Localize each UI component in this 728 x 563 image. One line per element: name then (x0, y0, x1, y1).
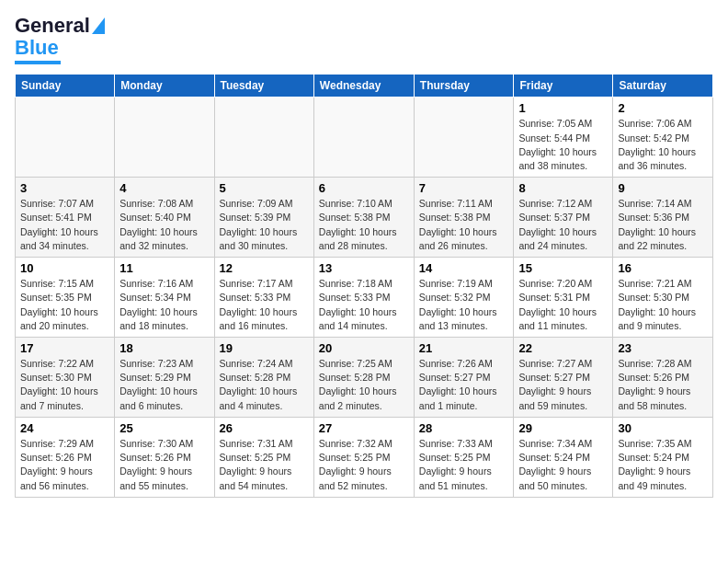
day-info: Sunrise: 7:29 AM Sunset: 5:26 PM Dayligh… (20, 437, 109, 493)
day-number: 8 (518, 181, 608, 195)
day-number: 18 (119, 341, 209, 355)
calendar-cell (16, 98, 115, 178)
calendar-cell: 8Sunrise: 7:12 AM Sunset: 5:37 PM Daylig… (514, 178, 613, 258)
calendar-cell: 10Sunrise: 7:15 AM Sunset: 5:35 PM Dayli… (16, 258, 115, 338)
day-number: 3 (20, 181, 109, 195)
calendar-cell: 24Sunrise: 7:29 AM Sunset: 5:26 PM Dayli… (16, 417, 115, 497)
calendar-cell: 16Sunrise: 7:21 AM Sunset: 5:30 PM Dayli… (613, 258, 713, 338)
day-info: Sunrise: 7:24 AM Sunset: 5:28 PM Dayligh… (220, 357, 309, 413)
day-number: 6 (319, 181, 409, 195)
day-number: 9 (618, 181, 708, 195)
day-info: Sunrise: 7:07 AM Sunset: 5:41 PM Dayligh… (20, 197, 109, 253)
day-info: Sunrise: 7:08 AM Sunset: 5:40 PM Dayligh… (119, 197, 209, 253)
week-row-4: 17Sunrise: 7:22 AM Sunset: 5:30 PM Dayli… (16, 338, 713, 418)
calendar-cell: 17Sunrise: 7:22 AM Sunset: 5:30 PM Dayli… (16, 338, 115, 418)
day-number: 11 (119, 261, 209, 275)
day-info: Sunrise: 7:21 AM Sunset: 5:30 PM Dayligh… (618, 277, 708, 333)
calendar-body: 1Sunrise: 7:05 AM Sunset: 5:44 PM Daylig… (16, 98, 713, 497)
calendar-cell: 7Sunrise: 7:11 AM Sunset: 5:38 PM Daylig… (414, 178, 514, 258)
calendar-cell: 28Sunrise: 7:33 AM Sunset: 5:25 PM Dayli… (414, 417, 514, 497)
day-number: 20 (319, 341, 409, 355)
calendar-cell: 2Sunrise: 7:06 AM Sunset: 5:42 PM Daylig… (613, 98, 713, 178)
day-number: 28 (419, 421, 509, 435)
day-info: Sunrise: 7:18 AM Sunset: 5:33 PM Dayligh… (319, 277, 409, 333)
day-info: Sunrise: 7:22 AM Sunset: 5:30 PM Dayligh… (20, 357, 109, 413)
day-number: 12 (220, 261, 309, 275)
dow-header-tuesday: Tuesday (214, 75, 313, 98)
week-row-1: 1Sunrise: 7:05 AM Sunset: 5:44 PM Daylig… (16, 98, 713, 178)
day-info: Sunrise: 7:17 AM Sunset: 5:33 PM Dayligh… (220, 277, 309, 333)
calendar-cell (214, 98, 313, 178)
day-number: 19 (220, 341, 309, 355)
calendar-cell: 25Sunrise: 7:30 AM Sunset: 5:26 PM Dayli… (115, 417, 214, 497)
logo-blue: Blue (15, 37, 59, 59)
day-number: 29 (518, 421, 608, 435)
day-number: 23 (618, 341, 708, 355)
day-number: 7 (419, 181, 509, 195)
logo-general: General (15, 15, 90, 37)
day-info: Sunrise: 7:05 AM Sunset: 5:44 PM Dayligh… (518, 117, 608, 173)
days-of-week-row: SundayMondayTuesdayWednesdayThursdayFrid… (16, 75, 713, 98)
calendar-cell: 22Sunrise: 7:27 AM Sunset: 5:27 PM Dayli… (514, 338, 613, 418)
day-info: Sunrise: 7:28 AM Sunset: 5:26 PM Dayligh… (618, 357, 708, 413)
day-number: 24 (20, 421, 109, 435)
calendar-cell: 5Sunrise: 7:09 AM Sunset: 5:39 PM Daylig… (214, 178, 313, 258)
calendar-cell: 1Sunrise: 7:05 AM Sunset: 5:44 PM Daylig… (514, 98, 613, 178)
day-number: 14 (419, 261, 509, 275)
calendar-cell (115, 98, 214, 178)
calendar-cell: 21Sunrise: 7:26 AM Sunset: 5:27 PM Dayli… (414, 338, 514, 418)
day-info: Sunrise: 7:15 AM Sunset: 5:35 PM Dayligh… (20, 277, 109, 333)
calendar-cell: 9Sunrise: 7:14 AM Sunset: 5:36 PM Daylig… (613, 178, 713, 258)
dow-header-thursday: Thursday (414, 75, 514, 98)
day-info: Sunrise: 7:19 AM Sunset: 5:32 PM Dayligh… (419, 277, 509, 333)
day-info: Sunrise: 7:25 AM Sunset: 5:28 PM Dayligh… (319, 357, 409, 413)
calendar-cell (414, 98, 514, 178)
day-number: 15 (518, 261, 608, 275)
week-row-5: 24Sunrise: 7:29 AM Sunset: 5:26 PM Dayli… (16, 417, 713, 497)
day-info: Sunrise: 7:33 AM Sunset: 5:25 PM Dayligh… (419, 437, 509, 493)
calendar-cell: 14Sunrise: 7:19 AM Sunset: 5:32 PM Dayli… (414, 258, 514, 338)
day-info: Sunrise: 7:20 AM Sunset: 5:31 PM Dayligh… (518, 277, 608, 333)
logo-triangle-icon (92, 17, 105, 34)
dow-header-friday: Friday (514, 75, 613, 98)
day-number: 26 (220, 421, 309, 435)
calendar-cell: 15Sunrise: 7:20 AM Sunset: 5:31 PM Dayli… (514, 258, 613, 338)
calendar-cell: 18Sunrise: 7:23 AM Sunset: 5:29 PM Dayli… (115, 338, 214, 418)
day-number: 27 (319, 421, 409, 435)
day-info: Sunrise: 7:26 AM Sunset: 5:27 PM Dayligh… (419, 357, 509, 413)
day-info: Sunrise: 7:16 AM Sunset: 5:34 PM Dayligh… (119, 277, 209, 333)
dow-header-wednesday: Wednesday (313, 75, 414, 98)
dow-header-monday: Monday (115, 75, 214, 98)
day-info: Sunrise: 7:23 AM Sunset: 5:29 PM Dayligh… (119, 357, 209, 413)
day-number: 13 (319, 261, 409, 275)
day-number: 17 (20, 341, 109, 355)
calendar-cell: 13Sunrise: 7:18 AM Sunset: 5:33 PM Dayli… (313, 258, 414, 338)
calendar-cell: 27Sunrise: 7:32 AM Sunset: 5:25 PM Dayli… (313, 417, 414, 497)
day-info: Sunrise: 7:27 AM Sunset: 5:27 PM Dayligh… (518, 357, 608, 413)
day-info: Sunrise: 7:32 AM Sunset: 5:25 PM Dayligh… (319, 437, 409, 493)
calendar-table: SundayMondayTuesdayWednesdayThursdayFrid… (15, 74, 713, 497)
day-info: Sunrise: 7:35 AM Sunset: 5:24 PM Dayligh… (618, 437, 708, 493)
day-info: Sunrise: 7:09 AM Sunset: 5:39 PM Dayligh… (220, 197, 309, 253)
calendar-cell: 26Sunrise: 7:31 AM Sunset: 5:25 PM Dayli… (214, 417, 313, 497)
day-number: 21 (419, 341, 509, 355)
calendar-cell: 23Sunrise: 7:28 AM Sunset: 5:26 PM Dayli… (613, 338, 713, 418)
calendar-cell: 11Sunrise: 7:16 AM Sunset: 5:34 PM Dayli… (115, 258, 214, 338)
calendar-cell: 12Sunrise: 7:17 AM Sunset: 5:33 PM Dayli… (214, 258, 313, 338)
day-number: 5 (220, 181, 309, 195)
day-number: 2 (618, 101, 708, 115)
day-info: Sunrise: 7:14 AM Sunset: 5:36 PM Dayligh… (618, 197, 708, 253)
calendar-cell: 29Sunrise: 7:34 AM Sunset: 5:24 PM Dayli… (514, 417, 613, 497)
day-info: Sunrise: 7:34 AM Sunset: 5:24 PM Dayligh… (518, 437, 608, 493)
dow-header-saturday: Saturday (613, 75, 713, 98)
logo: General Blue (15, 15, 105, 64)
day-info: Sunrise: 7:10 AM Sunset: 5:38 PM Dayligh… (319, 197, 409, 253)
calendar-cell: 6Sunrise: 7:10 AM Sunset: 5:38 PM Daylig… (313, 178, 414, 258)
week-row-2: 3Sunrise: 7:07 AM Sunset: 5:41 PM Daylig… (16, 178, 713, 258)
day-info: Sunrise: 7:11 AM Sunset: 5:38 PM Dayligh… (419, 197, 509, 253)
day-info: Sunrise: 7:12 AM Sunset: 5:37 PM Dayligh… (518, 197, 608, 253)
calendar-cell: 20Sunrise: 7:25 AM Sunset: 5:28 PM Dayli… (313, 338, 414, 418)
day-info: Sunrise: 7:30 AM Sunset: 5:26 PM Dayligh… (119, 437, 209, 493)
week-row-3: 10Sunrise: 7:15 AM Sunset: 5:35 PM Dayli… (16, 258, 713, 338)
day-number: 1 (518, 101, 608, 115)
